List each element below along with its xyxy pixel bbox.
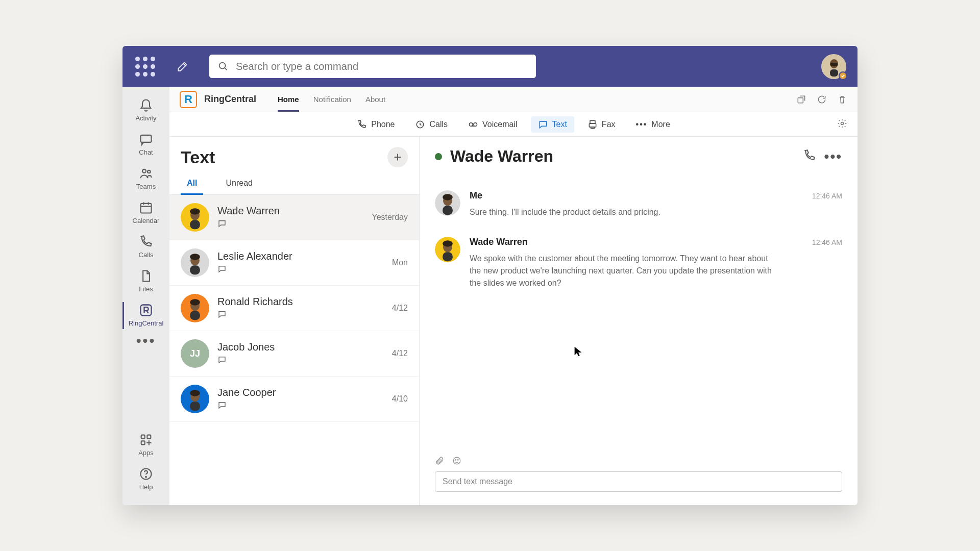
bell-icon: [139, 98, 153, 112]
profile-avatar[interactable]: [821, 54, 846, 79]
message-text: Sure thing. I'll include the product det…: [470, 206, 776, 218]
cursor-icon: [573, 346, 584, 359]
settings-icon[interactable]: [837, 118, 847, 131]
rail-teams[interactable]: Teams: [122, 162, 169, 195]
rail-label: Activity: [135, 114, 156, 122]
refresh-icon[interactable]: [817, 94, 827, 105]
rail-label: Teams: [136, 183, 156, 190]
conversation-name: Wade Warren: [217, 205, 363, 217]
chat-more-button[interactable]: •••: [824, 148, 842, 165]
tool-label: Fax: [602, 120, 616, 129]
rc-tabs: Home Notification About: [278, 87, 385, 112]
avatar: [181, 294, 209, 322]
fax-icon: [587, 119, 598, 130]
attach-icon[interactable]: [435, 456, 444, 467]
svg-point-21: [841, 122, 844, 124]
conversation-list: Wade WarrenYesterdayLeslie AlexanderMonR…: [169, 195, 419, 422]
compose-area: [420, 449, 857, 505]
message-icon: [217, 310, 384, 321]
conversation-item[interactable]: Jane Cooper4/10: [169, 377, 419, 422]
rail-ringcentral[interactable]: RingCentral: [122, 299, 169, 332]
message-text: We spoke with the customer about the mee…: [470, 253, 776, 289]
svg-point-24: [190, 208, 200, 215]
search-box[interactable]: [209, 55, 536, 78]
message-sender: Me: [470, 190, 482, 201]
rail-label: Calls: [139, 251, 154, 259]
svg-point-40: [443, 194, 453, 201]
call-button[interactable]: [803, 149, 816, 164]
rail-label: RingCentral: [129, 319, 164, 327]
compose-icon[interactable]: [172, 55, 194, 78]
clock-icon: [415, 119, 425, 130]
svg-rect-8: [141, 204, 152, 213]
rail-files[interactable]: Files: [122, 265, 169, 298]
tool-calls[interactable]: Calls: [408, 116, 455, 133]
phone-icon: [357, 119, 367, 130]
svg-point-0: [219, 63, 226, 69]
tool-voicemail[interactable]: Voicemail: [461, 116, 524, 133]
main-area: R RingCentral Home Notification About: [169, 87, 857, 505]
file-icon: [139, 269, 153, 283]
conversation-name: Ronald Richards: [217, 296, 384, 308]
svg-rect-37: [190, 402, 200, 411]
rail-activity[interactable]: Activity: [122, 94, 169, 127]
rail-more[interactable]: •••: [122, 333, 169, 349]
tool-label: Phone: [371, 120, 395, 129]
avatar: [181, 203, 209, 232]
svg-rect-19: [590, 120, 595, 123]
left-rail: Activity Chat Teams Calendar Calls: [122, 87, 169, 505]
svg-rect-33: [190, 311, 200, 320]
delete-icon[interactable]: [837, 94, 847, 105]
message-input[interactable]: [435, 471, 842, 492]
rail-calendar[interactable]: Calendar: [122, 196, 169, 230]
emoji-icon[interactable]: [452, 456, 461, 467]
message-icon: [538, 119, 548, 130]
message-icon: [217, 355, 384, 366]
tool-phone[interactable]: Phone: [350, 116, 402, 133]
calendar-icon: [139, 201, 153, 215]
tool-fax[interactable]: Fax: [580, 116, 623, 133]
filter-all[interactable]: All: [181, 171, 203, 195]
svg-rect-25: [190, 220, 200, 229]
tool-more[interactable]: ••• More: [629, 117, 677, 132]
svg-point-32: [190, 299, 200, 306]
presence-dot-icon: [435, 153, 442, 160]
svg-rect-45: [443, 252, 453, 261]
rc-tab-home[interactable]: Home: [278, 87, 299, 112]
conversation-time: 4/10: [392, 394, 408, 404]
message: Me12:46 AMSure thing. I'll include the p…: [435, 181, 842, 228]
svg-point-14: [145, 477, 146, 478]
chat-title: Wade Warren: [450, 147, 795, 166]
app-launcher-icon[interactable]: [134, 55, 156, 78]
rail-help[interactable]: Help: [122, 463, 169, 496]
conversation-item[interactable]: JJJacob Jones4/12: [169, 331, 419, 377]
rc-tab-about[interactable]: About: [365, 87, 385, 112]
tool-text[interactable]: Text: [531, 116, 574, 133]
rail-apps[interactable]: Apps: [122, 429, 169, 462]
message-icon: [217, 264, 384, 276]
voicemail-icon: [468, 119, 478, 130]
ellipsis-icon: •••: [136, 337, 156, 344]
rail-calls[interactable]: Calls: [122, 231, 169, 264]
tool-label: Calls: [429, 120, 448, 129]
svg-rect-11: [147, 435, 151, 439]
tool-label: Text: [552, 120, 567, 129]
search-input[interactable]: [236, 61, 528, 72]
filter-unread[interactable]: Unread: [203, 171, 275, 195]
svg-rect-5: [141, 135, 152, 142]
rail-label: Apps: [138, 449, 154, 457]
new-message-button[interactable]: [387, 147, 408, 167]
rc-tab-notification[interactable]: Notification: [313, 87, 351, 112]
popout-icon[interactable]: [796, 94, 806, 105]
svg-rect-10: [141, 435, 145, 439]
avatar: [181, 385, 209, 413]
rail-chat[interactable]: Chat: [122, 128, 169, 161]
conversation-item[interactable]: Ronald Richards4/12: [169, 286, 419, 331]
conversation-item[interactable]: Wade WarrenYesterday: [169, 195, 419, 240]
svg-rect-20: [589, 123, 596, 127]
svg-point-46: [453, 457, 460, 464]
chat-icon: [139, 132, 153, 146]
avatar: [435, 237, 460, 262]
plus-icon: [392, 152, 403, 163]
conversation-item[interactable]: Leslie AlexanderMon: [169, 240, 419, 286]
